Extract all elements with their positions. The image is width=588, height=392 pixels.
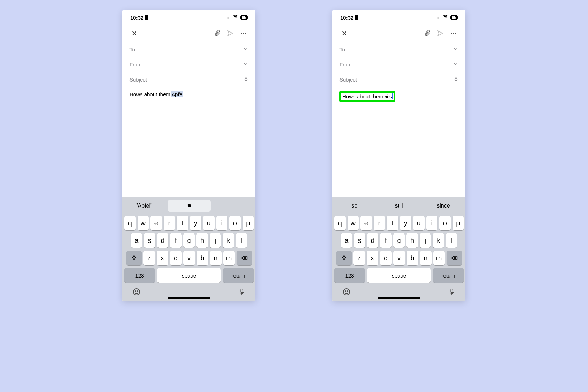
close-icon[interactable] [340,28,349,38]
key-r[interactable]: r [374,216,385,230]
more-icon[interactable] [239,28,248,38]
key-s[interactable]: s [144,233,155,248]
key-v[interactable]: v [183,251,195,265]
dictation-icon[interactable] [238,288,246,298]
key-z[interactable]: z [144,251,155,265]
key-l[interactable]: l [446,233,457,248]
key-l[interactable]: l [236,233,247,248]
key-p[interactable]: p [453,216,464,230]
suggestion-1[interactable]: so [332,200,377,212]
key-h[interactable]: h [406,233,418,248]
key-u[interactable]: u [203,216,215,230]
shift-key[interactable] [126,251,142,265]
space-key[interactable]: space [367,268,431,283]
attachment-icon[interactable] [212,28,222,38]
numbers-key[interactable]: 123 [124,268,155,283]
more-icon[interactable] [449,28,458,38]
return-key[interactable]: return [433,268,464,283]
body-text: Hows about them [130,91,172,97]
from-field[interactable]: From [122,57,255,72]
key-f[interactable]: f [380,233,391,248]
key-e[interactable]: e [360,216,372,230]
key-q[interactable]: q [334,216,346,230]
subject-field[interactable]: Subject [122,72,255,87]
to-field[interactable]: To [122,42,255,57]
key-r[interactable]: r [164,216,175,230]
key-d[interactable]: d [367,233,378,248]
chevron-down-icon[interactable] [243,46,248,53]
email-body[interactable]: Hows about them Apfel [122,87,255,197]
subject-field[interactable]: Subject [332,72,465,87]
key-x[interactable]: x [157,251,168,265]
key-d[interactable]: d [157,233,168,248]
key-g[interactable]: g [183,233,195,248]
key-m[interactable]: m [433,251,445,265]
key-t[interactable]: t [177,216,188,230]
key-b[interactable]: b [407,251,418,265]
key-e[interactable]: e [150,216,162,230]
key-q[interactable]: q [124,216,136,230]
return-key[interactable]: return [223,268,254,283]
key-c[interactable]: c [380,251,392,265]
key-y[interactable]: y [190,216,202,230]
backspace-key[interactable] [447,251,462,265]
key-j[interactable]: j [210,233,221,248]
home-indicator[interactable] [378,297,420,299]
key-o[interactable]: o [229,216,241,230]
dictation-icon[interactable] [448,288,456,298]
backspace-key[interactable] [237,251,252,265]
key-c[interactable]: c [170,251,182,265]
attachment-icon[interactable] [422,28,432,38]
key-a[interactable]: a [131,233,142,248]
key-i[interactable]: i [216,216,228,230]
chevron-down-icon[interactable] [453,61,458,68]
key-k[interactable]: k [433,233,444,248]
chevron-down-icon[interactable] [243,61,248,68]
key-h[interactable]: h [196,233,208,248]
key-t[interactable]: t [387,216,398,230]
key-n[interactable]: n [210,251,222,265]
from-field[interactable]: From [332,57,465,72]
key-w[interactable]: w [138,216,149,230]
key-s[interactable]: s [354,233,365,248]
key-b[interactable]: b [197,251,208,265]
numbers-key[interactable]: 123 [334,268,365,283]
key-k[interactable]: k [223,233,234,248]
send-icon[interactable] [225,28,235,38]
space-key[interactable]: space [157,268,221,283]
emoji-icon[interactable] [132,288,141,298]
key-u[interactable]: u [413,216,425,230]
compose-action-bar [332,24,465,42]
kbd-bottom-row [332,284,465,299]
suggestion-1[interactable]: "Apfel" [122,200,166,212]
wifi-icon [442,14,448,21]
email-body[interactable]: Hows about them s [332,87,465,197]
key-p[interactable]: p [243,216,254,230]
key-y[interactable]: y [400,216,412,230]
to-field[interactable]: To [332,42,465,57]
chevron-down-icon[interactable] [453,46,458,53]
key-a[interactable]: a [341,233,352,248]
key-x[interactable]: x [367,251,378,265]
key-v[interactable]: v [393,251,405,265]
send-icon[interactable] [435,28,445,38]
key-f[interactable]: f [170,233,181,248]
suggestion-bar: so still since [332,197,465,214]
close-icon[interactable] [130,28,139,38]
suggestion-3[interactable]: since [421,200,465,212]
kbd-row-1: qwertyuiop [332,214,465,232]
key-i[interactable]: i [426,216,438,230]
key-m[interactable]: m [223,251,235,265]
apple-logo-icon [187,202,192,208]
suggestion-2-apple-logo[interactable] [168,200,211,212]
key-w[interactable]: w [348,216,359,230]
key-z[interactable]: z [354,251,365,265]
emoji-icon[interactable] [342,288,351,298]
shift-key[interactable] [336,251,352,265]
key-j[interactable]: j [420,233,431,248]
key-o[interactable]: o [439,216,451,230]
suggestion-2[interactable]: still [377,200,421,212]
key-n[interactable]: n [420,251,432,265]
home-indicator[interactable] [168,297,210,299]
key-g[interactable]: g [393,233,405,248]
